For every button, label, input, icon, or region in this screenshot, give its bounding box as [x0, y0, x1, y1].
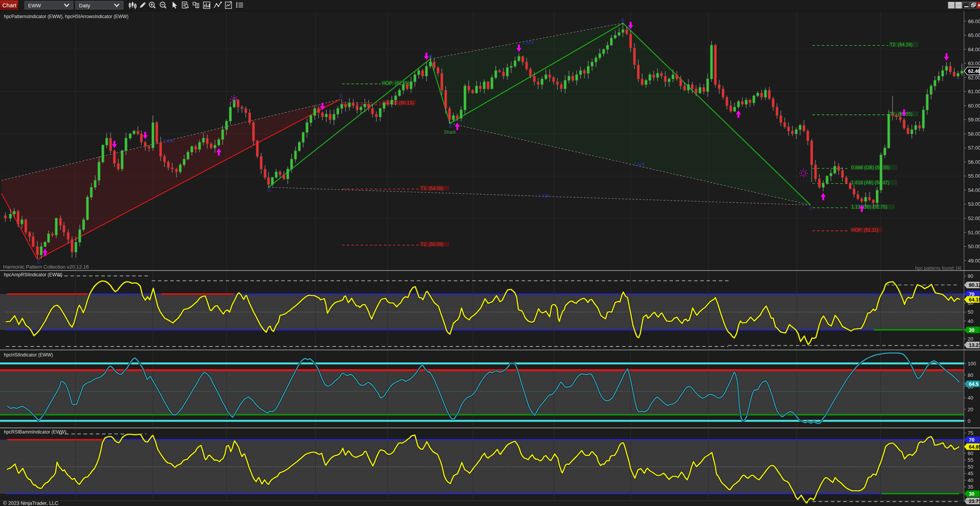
svg-text:C: C [809, 206, 813, 211]
svg-text:×: × [978, 2, 980, 8]
svg-text:55.00: 55.00 [968, 173, 980, 179]
svg-text:100: 100 [968, 361, 976, 366]
svg-text:hpcHSIIndicator (EWW): hpcHSIIndicator (EWW) [4, 352, 53, 358]
svg-text:30: 30 [969, 491, 974, 497]
svg-text:HOP: (61.55): HOP: (61.55) [382, 81, 409, 86]
svg-text:hpcRSIBammIndicator (EWW): hpcRSIBammIndicator (EWW) [4, 429, 66, 435]
svg-text:60.00: 60.00 [968, 103, 980, 109]
svg-text:90: 90 [968, 273, 973, 279]
svg-text:1.13 (OB) (52.75): 1.13 (OB) (52.75) [851, 204, 887, 210]
svg-text:hpcAmpRSIIndicator (EWW): hpcAmpRSIIndicator (EWW) [4, 272, 62, 277]
svg-text:65.00: 65.00 [968, 32, 980, 38]
svg-text:X: X [429, 54, 432, 59]
svg-text:50.00: 50.00 [968, 244, 980, 249]
svg-text:75: 75 [968, 430, 973, 436]
svg-text:45: 45 [968, 471, 973, 476]
svg-text:O: O [267, 188, 271, 193]
svg-text:53.00: 53.00 [968, 201, 980, 207]
svg-text:64.85: 64.85 [969, 444, 980, 450]
svg-text:58.00: 58.00 [968, 131, 980, 137]
svg-text:B: B [621, 18, 624, 23]
svg-text:62.00: 62.00 [968, 75, 980, 81]
svg-text:63.00: 63.00 [968, 61, 980, 66]
svg-text:64.15: 64.15 [969, 297, 980, 303]
svg-text:0: 0 [968, 418, 970, 424]
svg-text:hpcPatternsIndicator (EWW), hp: hpcPatternsIndicator (EWW), hpcHSIArrows… [4, 14, 128, 19]
svg-text:40: 40 [968, 477, 973, 483]
svg-text:EWW: EWW [28, 3, 41, 8]
svg-text:13.21: 13.21 [969, 342, 980, 348]
svg-text:60: 60 [968, 451, 973, 456]
svg-text:Harmonic Pattern Collection v2: Harmonic Pattern Collection v20.12.16 [3, 264, 89, 270]
svg-text:52.00: 52.00 [968, 215, 980, 221]
svg-text:59.00: 59.00 [968, 117, 980, 123]
svg-text:0.886 (OB) (55.55): 0.886 (OB) (55.55) [851, 165, 890, 170]
svg-text:1.618 (AB) (54.47): 1.618 (AB) (54.47) [851, 180, 889, 185]
svg-text:40: 40 [968, 318, 973, 324]
svg-text:50: 50 [968, 464, 973, 470]
svg-text:20: 20 [968, 336, 973, 342]
svg-text:64.5: 64.5 [969, 381, 978, 387]
svg-text:70: 70 [969, 291, 974, 297]
svg-text:50: 50 [968, 309, 973, 315]
svg-text:70: 70 [969, 437, 974, 443]
svg-text:T2: (50.09): T2: (50.09) [421, 242, 443, 247]
svg-text:80.12: 80.12 [969, 282, 980, 288]
svg-text:55: 55 [968, 457, 973, 463]
svg-text:54.00: 54.00 [968, 187, 980, 193]
svg-text:Daily: Daily [79, 3, 90, 8]
svg-text:hpc patterns found: [4]: hpc patterns found: [4] [915, 266, 961, 271]
svg-text:57.00: 57.00 [968, 145, 980, 151]
svg-text:40: 40 [968, 395, 973, 401]
svg-text:35: 35 [968, 484, 973, 490]
svg-text:64.00: 64.00 [968, 47, 980, 52]
svg-text:Chart: Chart [2, 2, 17, 8]
svg-text:1.618: 1.618 [523, 40, 534, 45]
svg-text:30: 30 [969, 327, 974, 333]
svg-text:61.00: 61.00 [968, 89, 980, 94]
svg-text:© 2023 NinjaTrader, LLC: © 2023 NinjaTrader, LLC [3, 500, 59, 506]
svg-text:2.000: 2.000 [163, 139, 174, 143]
svg-text:T1: (54.08): T1: (54.08) [421, 186, 443, 191]
svg-text:51.00: 51.00 [968, 230, 980, 235]
svg-text:56.00: 56.00 [968, 159, 980, 165]
svg-text:66.00: 66.00 [968, 18, 980, 24]
svg-text:20: 20 [968, 407, 973, 412]
svg-text:HOP: (51.11): HOP: (51.11) [851, 227, 878, 233]
svg-text:80: 80 [968, 372, 973, 378]
svg-text:1.128: 1.128 [539, 193, 549, 198]
svg-text:1.618: 1.618 [634, 162, 645, 166]
svg-text:62.46: 62.46 [968, 69, 980, 74]
svg-text:Shark: Shark [444, 129, 456, 135]
svg-text:T2: (64.28): T2: (64.28) [890, 42, 913, 47]
svg-text:D: D [339, 94, 343, 99]
svg-text:A: A [449, 124, 452, 129]
svg-text:49.00: 49.00 [968, 258, 980, 264]
